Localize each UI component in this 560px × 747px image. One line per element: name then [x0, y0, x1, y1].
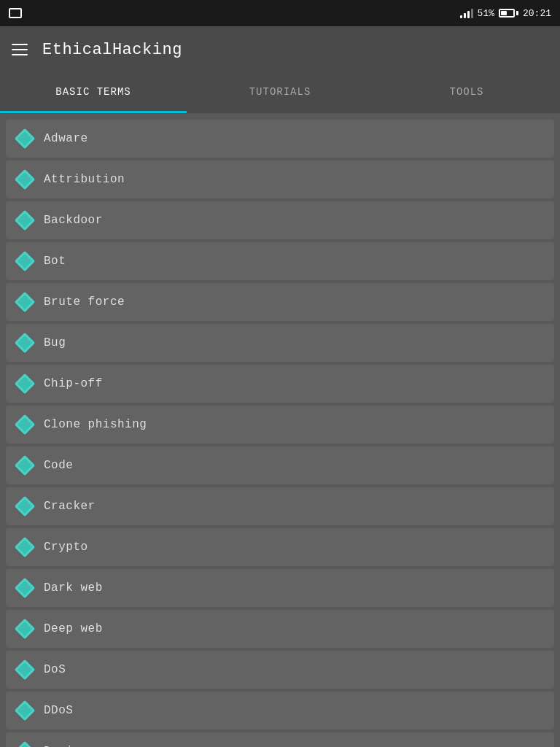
list-item[interactable]: Cracker [6, 487, 554, 525]
layers-icon [16, 212, 34, 229]
terms-list: AdwareAttributionBackdoorBotBrute forceB… [0, 114, 560, 747]
item-label: DDoS [44, 704, 73, 717]
item-label: Chip-off [44, 377, 103, 390]
tab-tutorials[interactable]: TUTORIALS [187, 73, 373, 113]
item-label: Bot [44, 255, 66, 268]
layers-icon [16, 579, 34, 597]
item-label: DoS [44, 663, 66, 676]
status-bar-left [9, 8, 22, 18]
layers-icon [16, 620, 34, 638]
layers-icon [16, 416, 34, 433]
app-title: EthicalHacking [42, 41, 182, 59]
list-item[interactable]: DDoS [6, 692, 554, 729]
layers-icon [16, 702, 34, 719]
tab-bar: BASIC TERMS TUTORIALS TOOLS [0, 73, 560, 114]
list-item[interactable]: DoS [6, 651, 554, 689]
list-item[interactable]: Dark web [6, 569, 554, 607]
item-label: Clone phishing [44, 418, 147, 431]
layers-icon [16, 498, 34, 515]
list-item[interactable]: Adware [6, 120, 554, 158]
status-bar: 51% 20:21 [0, 0, 560, 26]
list-item[interactable]: Deep web [6, 610, 554, 648]
battery-percent: 51% [478, 8, 494, 19]
item-label: Cracker [44, 500, 96, 513]
item-label: Crypto [44, 541, 88, 554]
layers-icon [16, 334, 34, 352]
layers-icon [16, 252, 34, 270]
layers-icon [16, 130, 34, 147]
item-label: Adware [44, 132, 88, 145]
item-label: Bug [44, 336, 66, 349]
list-item[interactable]: Brute force [6, 283, 554, 321]
item-label: Attribution [44, 173, 125, 186]
time-display: 20:21 [523, 8, 551, 19]
layers-icon [16, 293, 34, 311]
list-item[interactable]: Chip-off [6, 365, 554, 403]
list-item[interactable]: Bot [6, 242, 554, 280]
layers-icon [16, 171, 34, 188]
item-label: Deep web [44, 622, 103, 635]
item-label: Code [44, 459, 73, 472]
layers-icon [16, 661, 34, 678]
list-item[interactable]: Backdoor [6, 201, 554, 239]
signal-icon [460, 8, 473, 18]
tab-basic-terms[interactable]: BASIC TERMS [0, 73, 187, 113]
list-item[interactable]: Code [6, 446, 554, 484]
list-item[interactable]: Bug [6, 324, 554, 362]
list-item[interactable]: Doxing [6, 732, 554, 747]
list-item[interactable]: Clone phishing [6, 406, 554, 444]
item-label: Brute force [44, 295, 125, 309]
list-item[interactable]: Crypto [6, 528, 554, 566]
list-item[interactable]: Attribution [6, 160, 554, 198]
app-bar: EthicalHacking [0, 26, 560, 73]
layers-icon [16, 743, 34, 747]
battery-icon [499, 9, 518, 18]
item-label: Backdoor [44, 214, 103, 227]
layers-icon [16, 375, 34, 392]
hamburger-menu-icon[interactable] [12, 44, 28, 55]
layers-icon [16, 457, 34, 474]
image-icon [9, 8, 22, 18]
status-bar-right: 51% 20:21 [460, 8, 551, 19]
item-label: Dark web [44, 581, 103, 595]
tab-tools[interactable]: TOOLS [373, 73, 560, 113]
layers-icon [16, 538, 34, 556]
